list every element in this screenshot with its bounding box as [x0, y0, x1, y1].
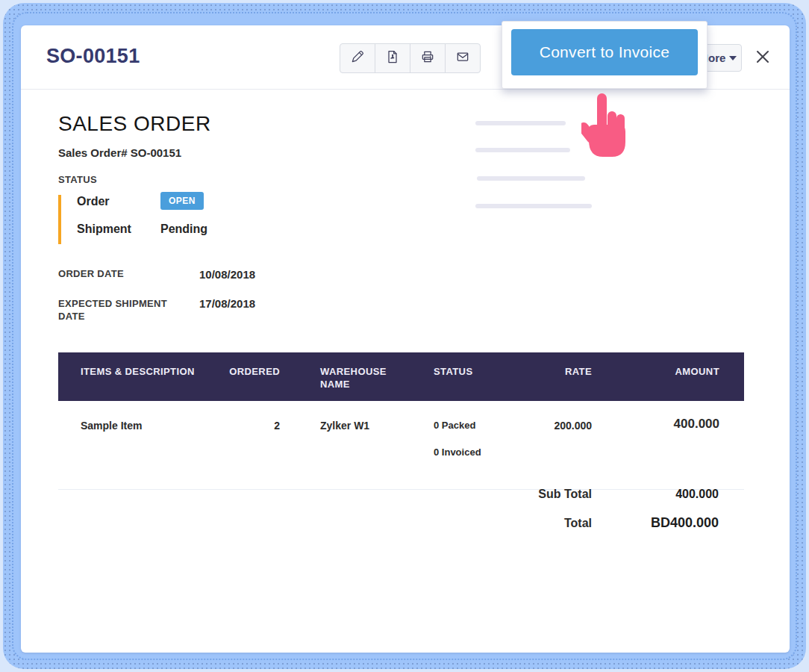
pencil-icon — [350, 49, 365, 67]
document-heading: SALES ORDER — [58, 112, 211, 136]
col-header-status: STATUS — [418, 352, 537, 401]
status-row-order: Order OPEN — [77, 195, 110, 208]
pdf-button[interactable] — [375, 43, 410, 73]
status-row-label: Shipment — [77, 223, 131, 235]
edit-button[interactable] — [340, 43, 375, 73]
printer-icon — [420, 49, 435, 67]
close-button[interactable] — [752, 48, 773, 69]
toolbar — [340, 43, 481, 73]
pointer-hand-icon — [581, 93, 632, 162]
item-status-invoiced: 0 Invoiced — [434, 447, 537, 458]
expected-shipment-value: 17/08/2018 — [199, 297, 255, 310]
item-status-packed: 0 Packed — [434, 420, 537, 431]
subtotal-value: 400.000 — [599, 488, 719, 501]
order-date-label: ORDER DATE — [58, 268, 124, 279]
convert-popup: Convert to Invoice — [502, 21, 708, 89]
print-button[interactable] — [410, 43, 446, 73]
screen: SO-00151 — [0, 0, 809, 672]
item-ordered: 2 — [224, 401, 287, 490]
pdf-file-icon — [385, 49, 400, 67]
col-header-amount: AMOUNT — [599, 352, 744, 401]
status-badge: OPEN — [160, 192, 204, 210]
mail-icon — [455, 49, 470, 67]
col-header-rate: RATE — [537, 352, 599, 401]
expected-shipment-label: EXPECTED SHIPMENT DATE — [58, 297, 181, 323]
status-row-label: Order — [77, 195, 110, 208]
col-header-items: ITEMS & DESCRIPTION — [58, 352, 224, 401]
status-row-shipment: Shipment Pending — [77, 223, 131, 236]
items-table: ITEMS & DESCRIPTION ORDERED WAREHOUSE NA… — [58, 352, 744, 490]
status-block: Order OPEN Shipment Pending — [58, 195, 268, 244]
item-warehouse: Zylker W1 — [287, 401, 418, 490]
items-table-header-row: ITEMS & DESCRIPTION ORDERED WAREHOUSE NA… — [58, 352, 744, 401]
convert-to-invoice-button[interactable]: Convert to Invoice — [511, 29, 698, 75]
page-title: SO-00151 — [46, 45, 140, 68]
total-value: BD400.000 — [569, 515, 719, 531]
order-number: Sales Order# SO-00151 — [58, 146, 181, 159]
col-header-ordered: ORDERED — [224, 352, 287, 401]
col-header-warehouse: WAREHOUSE NAME — [287, 352, 418, 401]
item-name: Sample Item — [58, 401, 224, 490]
item-status: 0 Packed 0 Invoiced — [418, 401, 537, 490]
total-label: Total — [394, 517, 592, 530]
close-icon — [755, 49, 770, 67]
status-section-label: STATUS — [58, 174, 97, 185]
shipment-status-value: Pending — [160, 223, 207, 236]
item-amount: 400.000 — [599, 401, 744, 490]
order-date-value: 10/08/2018 — [199, 268, 255, 281]
item-rate: 200.000 — [537, 401, 599, 490]
skeleton-line — [475, 204, 592, 208]
email-button[interactable] — [445, 43, 481, 73]
subtotal-label: Sub Total — [394, 488, 592, 501]
table-row: Sample Item 2 Zylker W1 0 Packed 0 Invoi… — [58, 401, 744, 490]
skeleton-line — [477, 176, 585, 181]
